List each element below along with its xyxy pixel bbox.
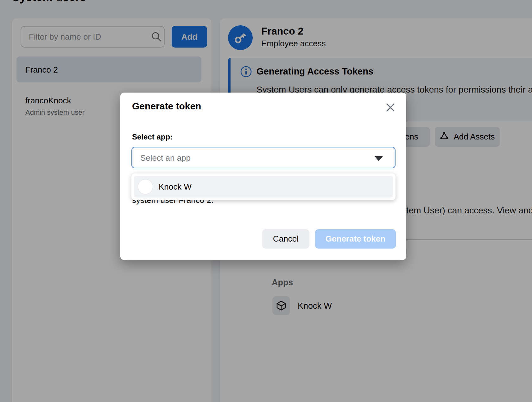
app-select-dropdown[interactable]: Select an app [131,147,396,168]
select-app-label: Select app: [132,133,173,141]
generate-token-dialog: Generate token Select app: Select an app… [120,93,406,260]
dropdown-placeholder: Select an app [140,153,191,163]
cancel-button[interactable]: Cancel [262,229,309,249]
option-label: Knock W [159,182,192,192]
app-options-listbox: Knock W [131,173,396,200]
option-knock-w[interactable]: Knock W [134,176,393,198]
app-avatar [138,179,153,194]
close-icon[interactable] [383,100,398,115]
occluded-description-fragment: system user Franco 2. [132,200,213,206]
chevron-down-icon [375,156,383,161]
system-users-page: System users Add Franco 2 francoKnock Ad… [0,0,532,402]
dialog-actions: Cancel Generate token [262,229,396,249]
generate-token-submit-button[interactable]: Generate token [315,229,396,249]
dialog-title: Generate token [132,101,201,112]
